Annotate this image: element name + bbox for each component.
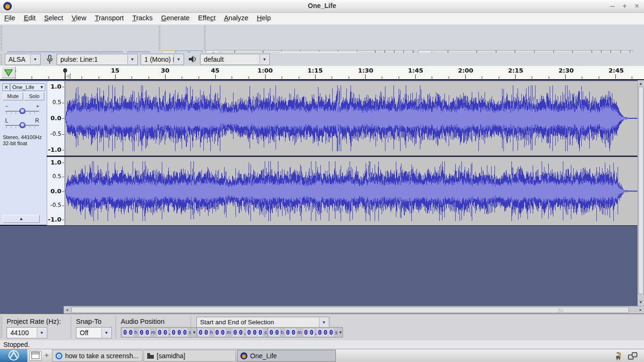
time-digit[interactable]: 0	[233, 329, 238, 337]
collapse-track-button[interactable]: ▲	[3, 215, 40, 223]
menu-item-select[interactable]: Select	[40, 13, 67, 23]
pan-slider[interactable]: L R	[5, 120, 39, 131]
time-digit[interactable]: 0	[269, 329, 274, 337]
horizontal-scrollbar[interactable]: ◂ ▸	[64, 306, 644, 313]
menu-item-file[interactable]: File	[0, 13, 19, 23]
selection-start-field[interactable]: 00h00m00.000s▾	[196, 327, 272, 337]
snap-to-combo[interactable]: Off ▾	[76, 327, 112, 338]
audio-host-combo[interactable]: ALSA ▾	[5, 54, 41, 65]
dropdown-arrow-icon[interactable]: ▾	[127, 55, 137, 64]
maximize-button[interactable]: +	[619, 1, 630, 11]
time-digit[interactable]: 0	[145, 329, 150, 337]
menu-item-help[interactable]: Help	[252, 13, 275, 23]
time-digit[interactable]: 0	[252, 329, 257, 337]
scroll-right-arrow[interactable]: ▸	[638, 307, 644, 313]
gain-slider[interactable]: − +	[5, 106, 39, 116]
vertical-scrollbar[interactable]: ▲ ▼	[637, 80, 644, 306]
power-manager-tray-icon[interactable]	[614, 351, 624, 361]
close-button[interactable]: ×	[632, 1, 642, 11]
time-digit[interactable]: 0	[139, 329, 144, 337]
vertical-scrollbar-thumb[interactable]	[638, 87, 644, 294]
minimize-button[interactable]: –	[607, 1, 618, 11]
dropdown-arrow-icon[interactable]: ▾	[319, 318, 328, 327]
dropdown-arrow-icon[interactable]: ▾	[37, 328, 46, 337]
time-digit[interactable]: 0	[182, 329, 187, 337]
recording-channels-value: 1 (Mono) R	[144, 56, 177, 63]
time-digit[interactable]: 0	[246, 329, 251, 337]
timeline-tick	[432, 76, 432, 79]
menu-item-transport[interactable]: Transport	[91, 13, 128, 23]
time-digit[interactable]: 0	[317, 329, 322, 337]
time-digit[interactable]: 0	[291, 329, 296, 337]
pan-thumb[interactable]	[19, 122, 25, 128]
recording-channels-combo[interactable]: 1 (Mono) R ▾	[141, 54, 184, 65]
workspace-switcher-tray-icon[interactable]	[627, 351, 638, 361]
taskbar-item-2[interactable]: [samidha]	[143, 350, 236, 362]
dropdown-arrow-icon[interactable]: ▾	[193, 330, 195, 335]
time-digit[interactable]: 0	[198, 329, 203, 337]
gain-thumb[interactable]	[19, 108, 25, 114]
time-digit[interactable]: 0	[171, 329, 176, 337]
menu-item-generate[interactable]: Generate	[157, 13, 193, 23]
menu-item-view[interactable]: View	[67, 13, 91, 23]
project-rate-combo[interactable]: 44100 ▾	[7, 327, 47, 338]
close-track-button[interactable]: ✕	[2, 83, 10, 91]
time-digit[interactable]: 0	[275, 329, 280, 337]
timeline-tick	[315, 74, 316, 79]
menu-item-tracks[interactable]: Tracks	[128, 13, 157, 23]
dropdown-arrow-icon[interactable]: ▾	[259, 55, 269, 64]
horizontal-scrollbar-thumb[interactable]	[71, 307, 629, 313]
toolbar-grip[interactable]	[0, 26, 2, 51]
timeline-options-button[interactable]	[1, 66, 16, 78]
scroll-up-arrow[interactable]: ▲	[638, 81, 644, 87]
vertical-ruler-channel-1[interactable]: 1.00.50.0-0.5-1.0	[47, 81, 65, 156]
audio-position-field[interactable]: 00h00m00.000s▾	[121, 327, 197, 337]
solo-button[interactable]: Solo	[24, 92, 44, 100]
timeline-ruler[interactable]: 501530451:001:151:301:452:002:152:302:45	[0, 66, 644, 80]
dropdown-arrow-icon[interactable]: ▾	[174, 55, 183, 64]
dropdown-arrow-icon[interactable]: ▾	[30, 55, 40, 64]
time-digit[interactable]: 0	[309, 329, 314, 337]
toolbar-grip[interactable]	[0, 54, 2, 65]
track-control-panel[interactable]: ✕ One_Life▼ Mute Solo − + L R Stereo, 44…	[0, 82, 47, 225]
time-digit[interactable]: 0	[176, 329, 182, 337]
toolbar-grip[interactable]	[204, 26, 206, 51]
selection-end-field[interactable]: 00h00m00.000s▾	[267, 327, 343, 337]
show-desktop-button[interactable]	[29, 351, 42, 361]
taskbar-item-1[interactable]: how to take a screensh...	[52, 350, 142, 362]
toolbar-grip[interactable]	[159, 26, 160, 51]
recording-device-combo[interactable]: pulse: Line:1 ▾	[57, 54, 138, 65]
time-digit[interactable]: 0	[204, 329, 209, 337]
time-digit[interactable]: 0	[303, 329, 309, 337]
time-digit[interactable]: 0	[328, 329, 334, 337]
toolbar-grip[interactable]	[0, 316, 2, 339]
menu-item-analyze[interactable]: Analyze	[220, 13, 253, 23]
scroll-down-arrow[interactable]: ▼	[638, 299, 644, 305]
dropdown-arrow-icon[interactable]: ▾	[339, 330, 342, 335]
time-digit[interactable]: 0	[123, 329, 128, 337]
add-task-button[interactable]: +	[44, 351, 49, 360]
playback-device-combo[interactable]: default ▾	[200, 54, 270, 65]
time-digit[interactable]: 0	[220, 329, 226, 337]
taskbar-item-3[interactable]: One_Life	[237, 350, 336, 362]
vertical-ruler-channel-2[interactable]: 1.00.50.0-0.5-1.0	[47, 157, 65, 225]
time-digit[interactable]: 0	[238, 329, 243, 337]
time-digit[interactable]: 0	[215, 329, 220, 337]
pan-right-label: R	[35, 117, 39, 124]
selection-mode-combo[interactable]: Start and End of Selection ▾	[196, 317, 329, 328]
time-digit[interactable]: 0	[285, 329, 291, 337]
menu-item-edit[interactable]: Edit	[19, 13, 40, 23]
time-digit[interactable]: 0	[163, 329, 168, 337]
menu-item-effect[interactable]: Effect	[194, 13, 220, 23]
time-digit[interactable]: 0	[323, 329, 328, 337]
waveform-channel-1[interactable]	[65, 81, 637, 156]
dropdown-arrow-icon[interactable]: ▾	[101, 328, 111, 337]
track-name-menu[interactable]: One_Life▼	[10, 83, 45, 91]
mute-button[interactable]: Mute	[3, 92, 23, 100]
time-digit[interactable]: 0	[258, 329, 263, 337]
scroll-left-arrow[interactable]: ◂	[64, 307, 70, 313]
time-digit[interactable]: 0	[157, 329, 162, 337]
time-digit[interactable]: 0	[128, 329, 134, 337]
waveform-channel-2[interactable]	[65, 157, 637, 225]
app-launcher-button[interactable]	[0, 349, 27, 362]
